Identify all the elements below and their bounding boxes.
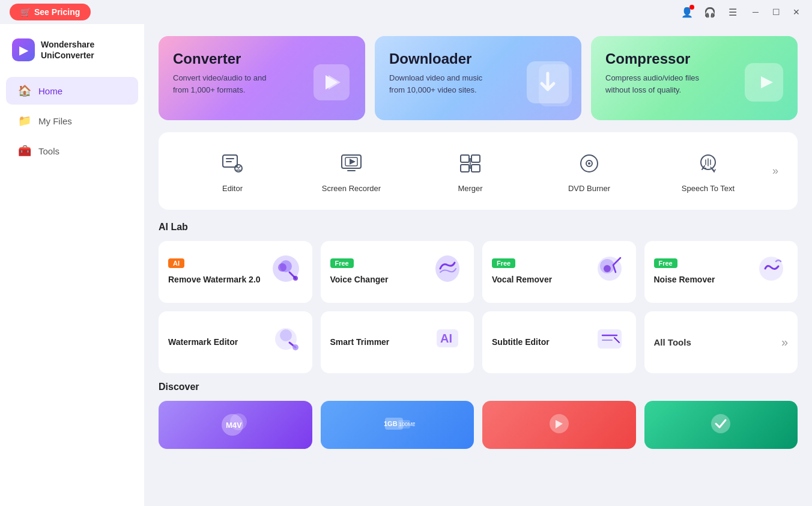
- discover-card-2-bg: 1GB 100MB: [321, 401, 474, 449]
- svg-point-23: [604, 265, 611, 272]
- dvd-burner-label: DVD Burner: [568, 184, 610, 193]
- discover-card-1-bg: M4V: [159, 401, 312, 449]
- free-badge-voice: Free: [330, 258, 354, 268]
- ai-lab-row1: AI Remove Watermark 2.0 Free: [159, 241, 798, 303]
- svg-point-39: [711, 414, 730, 433]
- tool-screen-recorder[interactable]: Screen Recorder: [292, 144, 411, 198]
- svg-text:M4V: M4V: [226, 421, 242, 430]
- editor-icon: [218, 149, 247, 178]
- discover-title: Discover: [159, 382, 798, 392]
- svg-text:AI: AI: [440, 332, 452, 345]
- logo-icon: ▶: [19, 43, 28, 57]
- downloader-icon: [524, 58, 572, 115]
- tool-editor[interactable]: Editor: [173, 144, 292, 198]
- sidebar: ▶ Wondershare UniConverter 🏠 Home 📁 My F…: [0, 24, 144, 506]
- ai-card-remove-watermark[interactable]: AI Remove Watermark 2.0: [159, 241, 312, 303]
- free-badge-vocal: Free: [492, 258, 515, 268]
- ai-card-watermark-editor[interactable]: Watermark Editor: [159, 311, 312, 373]
- window-controls: ─ ☐ ✕: [747, 4, 805, 20]
- all-tools-arrow-icon: »: [781, 335, 788, 349]
- titlebar-icons: 👤 🎧 ☰: [677, 2, 742, 22]
- files-icon: 📁: [18, 114, 31, 127]
- watermark-editor-icon: [269, 322, 303, 362]
- ai-card-remove-watermark-name: Remove Watermark 2.0: [168, 274, 261, 286]
- ai-card-watermark-editor-name: Watermark Editor: [168, 337, 238, 349]
- ai-card-smart-trimmer-left: Smart Trimmer: [330, 337, 390, 349]
- headset-icon[interactable]: 🎧: [700, 2, 720, 22]
- sidebar-item-my-files[interactable]: 📁 My Files: [6, 107, 138, 135]
- svg-point-19: [293, 276, 298, 281]
- vocal-remover-icon: [593, 252, 626, 292]
- tools-row-card: Editor Screen Recorder: [159, 132, 798, 210]
- converter-icon: [308, 58, 356, 115]
- converter-card[interactable]: Converter Convert video/audio to and fro…: [159, 36, 365, 120]
- downloader-card[interactable]: Downloader Download video and music from…: [375, 36, 581, 120]
- maximize-button[interactable]: ☐: [768, 4, 784, 20]
- cart-icon: 🛒: [20, 7, 31, 17]
- discover-card-1[interactable]: M4V: [159, 401, 312, 449]
- ai-card-noise-remover[interactable]: Free Noise Remover: [644, 241, 798, 303]
- downloader-desc: Download video and music from 10,000+ vi…: [389, 72, 496, 96]
- brand: ▶ Wondershare UniConverter: [0, 34, 144, 76]
- ai-card-voice-changer-name: Voice Changer: [330, 274, 389, 286]
- ai-card-vocal-remover-name: Vocal Remover: [492, 274, 552, 286]
- app-layout: ▶ Wondershare UniConverter 🏠 Home 📁 My F…: [0, 24, 812, 506]
- tool-merger[interactable]: Merger: [411, 144, 530, 198]
- minimize-button[interactable]: ─: [747, 4, 764, 20]
- svg-point-27: [292, 344, 298, 350]
- svg-point-14: [588, 162, 590, 165]
- sidebar-item-home[interactable]: 🏠 Home: [6, 77, 138, 105]
- ai-card-voice-changer[interactable]: Free Voice Changer: [321, 241, 474, 303]
- ai-card-watermark-editor-left: Watermark Editor: [168, 337, 238, 349]
- merger-label: Merger: [458, 184, 482, 193]
- discover-card-4[interactable]: [644, 401, 798, 449]
- discover-card-4-bg: [644, 401, 798, 449]
- compressor-icon: [740, 58, 788, 115]
- speech-to-text-icon: [694, 149, 723, 178]
- nav-files-label: My Files: [38, 116, 72, 126]
- converter-desc: Convert video/audio to and from 1,000+ f…: [173, 72, 280, 96]
- discover-card-2[interactable]: 1GB 100MB: [321, 401, 474, 449]
- screen-recorder-label: Screen Recorder: [322, 184, 381, 193]
- noise-remover-icon: [754, 252, 788, 292]
- sidebar-item-tools[interactable]: 🧰 Tools: [6, 137, 138, 165]
- close-button[interactable]: ✕: [788, 4, 805, 20]
- see-pricing-label: See Pricing: [34, 7, 80, 17]
- tool-speech-to-text[interactable]: Speech To Text: [649, 144, 768, 198]
- svg-point-26: [280, 329, 292, 341]
- tool-dvd-burner[interactable]: DVD Burner: [530, 144, 649, 198]
- ai-lab-title: AI Lab: [159, 222, 798, 233]
- nav-tools-label: Tools: [38, 146, 59, 156]
- brand-logo: ▶: [12, 38, 35, 61]
- ai-lab-row2: Watermark Editor Smart Trimmer: [159, 311, 798, 373]
- brand-name: Wondershare UniConverter: [41, 39, 94, 61]
- user-icon[interactable]: 👤: [677, 2, 697, 22]
- see-pricing-button[interactable]: 🛒 See Pricing: [10, 4, 91, 20]
- titlebar: 🛒 See Pricing 👤 🎧 ☰ ─ ☐ ✕: [0, 0, 812, 24]
- merger-icon: [456, 149, 485, 178]
- all-tools-card[interactable]: All Tools »: [644, 311, 798, 373]
- svg-rect-10: [461, 165, 469, 172]
- discover-card-3[interactable]: [482, 401, 636, 449]
- editor-label: Editor: [222, 184, 243, 193]
- ai-card-subtitle-editor[interactable]: Subtitle Editor: [482, 311, 636, 373]
- compressor-card[interactable]: Compressor Compress audio/video files wi…: [591, 36, 798, 120]
- screen-recorder-icon: [337, 149, 366, 178]
- svg-text:1GB: 1GB: [384, 420, 398, 427]
- ai-card-smart-trimmer-name: Smart Trimmer: [330, 337, 390, 349]
- ai-card-smart-trimmer[interactable]: Smart Trimmer AI: [321, 311, 474, 373]
- home-icon: 🏠: [18, 84, 31, 97]
- compressor-desc: Compress audio/video files without loss …: [605, 72, 712, 96]
- svg-rect-9: [471, 155, 480, 162]
- ai-card-subtitle-editor-name: Subtitle Editor: [492, 337, 550, 349]
- voice-changer-icon: [431, 252, 464, 292]
- svg-rect-11: [471, 165, 480, 172]
- ai-badge: AI: [168, 258, 184, 268]
- free-badge-noise: Free: [654, 258, 677, 268]
- menu-icon[interactable]: ☰: [723, 2, 742, 22]
- discover-card-3-bg: [482, 401, 636, 449]
- ai-card-vocal-remover[interactable]: Free Vocal Remover: [482, 241, 636, 303]
- tools-more-button[interactable]: »: [768, 160, 783, 182]
- svg-point-18: [278, 263, 286, 272]
- nav-home-label: Home: [38, 86, 62, 96]
